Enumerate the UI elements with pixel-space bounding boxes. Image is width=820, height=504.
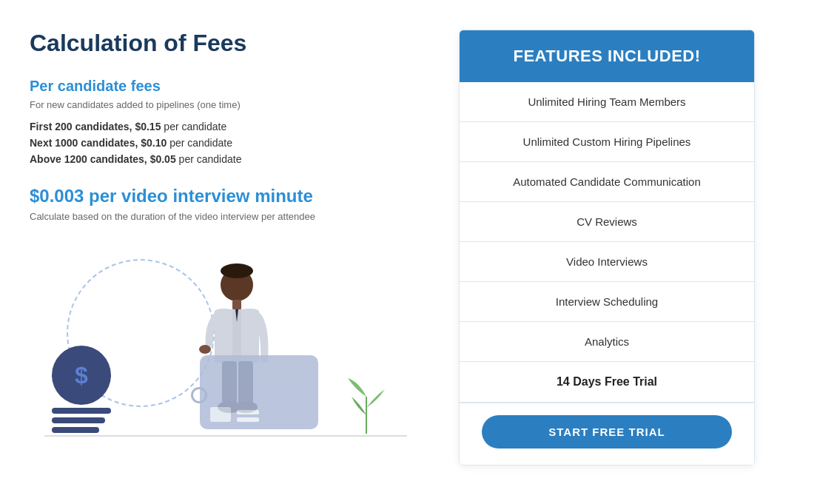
feature-row-5: Video Interviews	[460, 242, 754, 282]
tier1-num: 200	[55, 121, 72, 132]
coin-bar-3	[52, 427, 99, 433]
coin-bar-2	[52, 417, 105, 423]
illustration-area: $	[30, 237, 429, 451]
trial-label: 14 Days Free Trial	[557, 375, 657, 388]
card-lines	[237, 410, 259, 422]
card-chip	[210, 407, 231, 422]
feature-label-3: Automated Candidate Communication	[513, 175, 700, 188]
feature-row-3: Automated Candidate Communication	[460, 162, 754, 202]
svg-rect-2	[232, 300, 241, 310]
per-candidate-subtitle: For new candidates added to pipelines (o…	[30, 99, 429, 110]
features-header-title: FEATURES INCLUDED!	[474, 47, 739, 66]
tier1-price: $0.15	[135, 121, 161, 132]
svg-point-7	[199, 345, 211, 354]
video-title: $0.003 per video interview minute	[30, 186, 429, 206]
fee-tier-3: Above 1200 candidates, $0.05 per candida…	[30, 153, 429, 165]
dollar-sign: $	[75, 362, 88, 389]
card-line-2	[237, 417, 259, 422]
left-panel: Calculation of Fees Per candidate fees F…	[30, 30, 459, 451]
tier3-label: Above 1200 candidates, $0.05	[30, 153, 176, 165]
feature-label-1: Unlimited Hiring Team Members	[528, 95, 685, 108]
fee-list: First 200 candidates, $0.15 per candidat…	[30, 121, 429, 165]
tier3-price: $0.05	[150, 153, 176, 165]
feature-row-trial: 14 Days Free Trial	[460, 362, 754, 403]
plant	[340, 374, 392, 437]
tier2-label: Next 1000 candidates, $0.10	[30, 137, 167, 149]
coin-stack: $	[52, 346, 111, 437]
credit-card	[200, 355, 318, 429]
video-subtitle: Calculate based on the duration of the v…	[30, 211, 429, 222]
feature-label-4: CV Reviews	[577, 215, 637, 228]
plant-svg	[340, 374, 392, 434]
coin-bar-1	[52, 408, 111, 414]
feature-row-4: CV Reviews	[460, 202, 754, 242]
cta-row: START FREE TRIAL	[460, 403, 754, 465]
per-candidate-title: Per candidate fees	[30, 78, 429, 95]
feature-label-7: Analytics	[585, 335, 629, 348]
tier2-num: 1000	[55, 137, 78, 149]
card-line-1	[237, 410, 259, 414]
tier2-price: $0.10	[141, 137, 167, 149]
feature-row-1: Unlimited Hiring Team Members	[460, 82, 754, 122]
card-keychain	[191, 387, 207, 403]
fee-tier-2: Next 1000 candidates, $0.10 per candidat…	[30, 137, 429, 149]
features-header: FEATURES INCLUDED!	[460, 30, 754, 82]
feature-label-6: Interview Scheduling	[556, 295, 658, 308]
coin-bars	[52, 408, 111, 433]
fee-tier-1: First 200 candidates, $0.15 per candidat…	[30, 121, 429, 132]
coin-icon: $	[52, 346, 111, 405]
feature-row-2: Unlimited Custom Hiring Pipelines	[460, 122, 754, 162]
feature-row-6: Interview Scheduling	[460, 282, 754, 322]
right-panel: FEATURES INCLUDED! Unlimited Hiring Team…	[459, 30, 755, 466]
tier1-label: First 200 candidates, $0.15	[30, 121, 161, 132]
tier3-num: 1200	[64, 153, 87, 165]
feature-label-2: Unlimited Custom Hiring Pipelines	[523, 135, 691, 148]
svg-point-1	[221, 263, 253, 278]
feature-label-5: Video Interviews	[566, 255, 648, 268]
start-trial-button[interactable]: START FREE TRIAL	[482, 415, 732, 448]
page-title: Calculation of Fees	[30, 30, 429, 57]
feature-row-7: Analytics	[460, 322, 754, 362]
